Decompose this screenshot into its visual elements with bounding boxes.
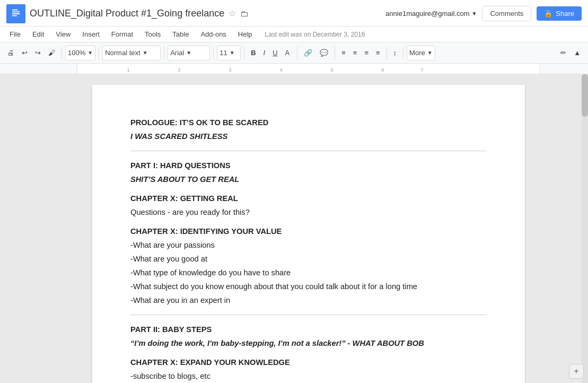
top-left: OUTLINE_Digital Product #1_Going freelan… — [6, 4, 249, 23]
svg-rect-1 — [12, 11, 20, 12]
chapter-value-heading: CHAPTER X: IDENTIFYING YOUR VALUE — [130, 225, 487, 237]
prologue-subheading: I WAS SCARED SHITLESS — [130, 130, 487, 142]
ruler-inner: 1 2 3 4 5 6 7 — [77, 64, 540, 74]
menu-table[interactable]: Table — [167, 28, 194, 40]
section-part1: PART I: HARD QUESTIONS SHIT’S ABOUT TO G… — [130, 160, 487, 185]
share-button[interactable]: 🔒 Share — [537, 6, 582, 21]
svg-rect-0 — [12, 9, 18, 10]
section-chapter-expand: CHAPTER X: EXPAND YOUR KNOWLEDGE -subscr… — [130, 356, 487, 383]
section-part2: PART II: BABY STEPS “I’m doing the work,… — [130, 324, 487, 349]
scrollbar[interactable] — [582, 74, 588, 383]
chevron-down-icon: ▼ — [472, 11, 477, 16]
ruler-mark-5: 5 — [330, 67, 333, 73]
style-select[interactable]: Normal text ▼ — [102, 46, 161, 60]
chapter-expand-list: -subscribe to blogs, etc -Get on newslet… — [130, 370, 487, 383]
last-edit-text: Last edit was on December 3, 2016 — [265, 31, 365, 38]
svg-rect-2 — [12, 13, 20, 14]
scrollbar-thumb[interactable] — [582, 74, 588, 117]
ruler-mark-2: 2 — [178, 67, 180, 73]
part2-subheading: “I’m doing the work, I’m baby-stepping, … — [130, 337, 487, 349]
italic-button[interactable]: I — [260, 47, 269, 58]
app-icon[interactable] — [6, 4, 25, 23]
chapter-getting-real-heading: CHAPTER X: GETTING REAL — [130, 193, 487, 204]
menu-tools[interactable]: Tools — [139, 28, 166, 40]
print-button[interactable]: 🖨 — [4, 47, 17, 58]
section-chapter-getting-real: CHAPTER X: GETTING REAL Questions - are … — [130, 193, 487, 218]
ruler-mark-1: 1 — [127, 67, 129, 73]
undo-button[interactable]: ↩ — [19, 47, 31, 58]
star-icon[interactable]: ☆ — [229, 8, 236, 19]
list-item-2: -What are you good at — [130, 253, 487, 265]
line-spacing-button[interactable]: ↕ — [390, 47, 400, 58]
divider-rule-2 — [130, 315, 487, 315]
ruler-mark-3: 3 — [229, 67, 231, 73]
menu-help[interactable]: Help — [233, 28, 258, 40]
right-panel — [540, 74, 588, 383]
svg-rect-3 — [12, 15, 17, 16]
part1-heading: PART I: HARD QUESTIONS — [130, 160, 487, 171]
collapse-button[interactable]: ▲ — [571, 47, 584, 58]
divider-7 — [335, 47, 335, 59]
expand-item-1: -subscribe to blogs, etc — [130, 370, 487, 382]
part2-heading: PART II: BABY STEPS — [130, 324, 487, 335]
section-chapter-value: CHAPTER X: IDENTIFYING YOUR VALUE -What … — [130, 225, 487, 306]
folder-icon[interactable]: 🗀 — [240, 9, 249, 19]
divider-3 — [164, 47, 164, 59]
zoom-select[interactable]: 100% ▼ — [65, 46, 95, 60]
list-item-4: -What subject do you know enough about t… — [130, 281, 487, 292]
comment-button[interactable]: 💬 — [317, 47, 331, 58]
divider-9 — [403, 47, 403, 59]
document-content: PROLOGUE: IT’S OK TO BE SCARED I WAS SCA… — [130, 117, 487, 383]
bold-button[interactable]: B — [248, 47, 259, 58]
user-account[interactable]: annie1maguire@gmail.com ▼ — [385, 10, 477, 18]
underline-button[interactable]: U — [269, 47, 280, 58]
chevron-more-icon: ▼ — [427, 50, 433, 56]
doc-title-area: OUTLINE_Digital Product #1_Going freelan… — [30, 8, 249, 20]
chevron-style-icon: ▼ — [143, 50, 148, 56]
list-item-5: -What are you in an expert in — [130, 294, 487, 306]
ruler-mark-4: 4 — [279, 67, 282, 73]
align-right-button[interactable]: ≡ — [361, 47, 372, 58]
list-item-3: -What type of knowledge do you have to s… — [130, 267, 487, 278]
divider-5 — [244, 47, 244, 59]
align-center-button[interactable]: ≡ — [350, 47, 361, 58]
menu-bar: File Edit View Insert Format Tools Table… — [0, 27, 588, 42]
redo-button[interactable]: ↪ — [32, 47, 44, 58]
divider-8 — [387, 47, 387, 59]
chapter-value-list: -What are your passions -What are you go… — [130, 239, 487, 306]
expand-icon[interactable]: + — [569, 364, 584, 379]
lock-icon: 🔒 — [544, 10, 552, 18]
menu-edit[interactable]: Edit — [27, 28, 49, 40]
list-item-1: -What are your passions — [130, 239, 487, 251]
justify-button[interactable]: ≡ — [373, 47, 383, 58]
ruler-mark-7: 7 — [420, 67, 423, 73]
menu-insert[interactable]: Insert — [77, 28, 105, 40]
chevron-font-icon: ▼ — [186, 50, 191, 56]
document-area[interactable]: PROLOGUE: IT’S OK TO BE SCARED I WAS SCA… — [77, 74, 540, 383]
align-left-button[interactable]: ≡ — [338, 47, 349, 58]
chapter-expand-heading: CHAPTER X: EXPAND YOUR KNOWLEDGE — [130, 356, 487, 368]
top-right: annie1maguire@gmail.com ▼ Comments 🔒 Sha… — [385, 6, 582, 21]
divider-4 — [213, 47, 214, 59]
chevron-zoom-icon: ▼ — [87, 50, 93, 56]
ruler: 1 2 3 4 5 6 7 — [0, 64, 588, 74]
chevron-size-icon: ▼ — [230, 50, 235, 56]
font-color-button[interactable]: A — [282, 47, 294, 58]
menu-format[interactable]: Format — [106, 28, 138, 40]
link-button[interactable]: 🔗 — [301, 47, 315, 58]
chapter-getting-real-body: Questions - are you ready for this? — [130, 206, 487, 218]
divider-2 — [99, 47, 99, 59]
size-select[interactable]: 11 ▼ — [217, 46, 241, 60]
font-select[interactable]: Arial ▼ — [168, 46, 210, 60]
paint-format-button[interactable]: 🖌 — [45, 47, 58, 58]
left-panel — [0, 74, 77, 383]
menu-file[interactable]: File — [4, 28, 26, 40]
edit-mode-button[interactable]: ✏ — [557, 47, 569, 58]
menu-view[interactable]: View — [50, 28, 76, 40]
menu-addons[interactable]: Add-ons — [195, 28, 231, 40]
document-page[interactable]: PROLOGUE: IT’S OK TO BE SCARED I WAS SCA… — [92, 85, 525, 383]
doc-title[interactable]: OUTLINE_Digital Product #1_Going freelan… — [30, 8, 224, 20]
ruler-mark-6: 6 — [381, 67, 384, 73]
more-select[interactable]: More ▼ — [407, 46, 435, 60]
comments-button[interactable]: Comments — [482, 6, 531, 21]
